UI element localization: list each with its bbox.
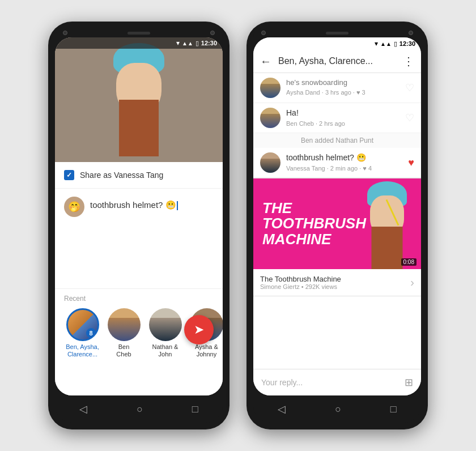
video-info-text: The Toothbrush Machine Simone Giertz • 2… [260,275,410,290]
share-checkbox[interactable] [64,170,74,180]
ben-msg-meta: Ben Cheb · 2 hrs ago [286,120,400,127]
back-button[interactable]: ◁ [79,403,87,415]
helmet-figure [55,37,223,162]
ben-avatar [260,108,280,128]
system-message: Ben added Nathan Punt [253,133,421,148]
share-label: Share as Vanessa Tang [80,171,163,180]
back-arrow[interactable]: ← [260,55,271,68]
send-button[interactable]: ➤ [184,315,214,344]
reply-input[interactable]: Your reply... [261,378,405,387]
front-camera [63,31,67,35]
left-phone: ▾ ▲▲ ▯ 12:30 Share as Vanessa Tang 🤭 too… [48,22,230,429]
message-area[interactable]: 🤭 toothbrush helmet? 😬 [55,189,223,289]
video-name: The Toothbrush Machine [260,275,410,283]
vanessa-like-button[interactable]: ♥ [408,157,414,169]
chevron-right-icon: › [410,276,414,289]
video-duration: 0:08 [401,258,416,266]
person-silhouette [105,43,173,145]
video-card: THE TOOTHBRUSH MACHINE 0:08 [253,178,421,296]
right-status-time: 12:30 [400,40,415,47]
attach-icon[interactable]: ⊞ [405,376,413,389]
right-back-button[interactable]: ◁ [278,403,286,415]
reply-bar: Your reply... ⊞ [253,369,421,395]
aysha-msg-content: he's snowboarding Aysha Dand · 3 hrs ago… [286,78,400,96]
front-sensor [210,31,215,35]
video-thumbnail: THE TOOTHBRUSH MACHINE 0:08 [253,178,421,269]
right-status-bar: ▾ ▲▲ ▯ 12:30 [253,37,421,50]
video-info[interactable]: The Toothbrush Machine Simone Giertz • 2… [253,269,421,296]
contact-name-ben: BenCheb [116,343,131,358]
chat-messages: he's snowboarding Aysha Dand · 3 hrs ago… [253,73,421,369]
aysha-like-button[interactable]: ♡ [405,82,414,94]
right-recents-button[interactable]: □ [390,403,397,415]
video-channel: Simone Giertz • 292K views [260,283,410,290]
speaker [128,32,150,35]
right-signal-icon: ▲▲ [380,41,392,47]
right-battery-icon: ▯ [394,40,397,48]
home-button[interactable]: ○ [137,403,143,415]
message-row-ben: Ha! Ben Cheb · 2 hrs ago ♡ [253,103,421,133]
thumb-hair [372,227,403,269]
message-row-vanessa: toothbrush helmet? 😬 Vanessa Tang · 2 mi… [253,148,421,178]
video-title-line1: THE [262,201,366,216]
aysha-avatar [260,78,280,98]
vanessa-msg-meta: Vanessa Tang · 2 min ago · ♥ 4 [286,165,402,172]
send-icon: ➤ [194,322,204,337]
recents-button[interactable]: □ [192,403,198,415]
video-title-line2: TOOTHBRUSH [262,216,366,231]
message-text: toothbrush helmet? 😬 [90,197,178,210]
left-phone-top [55,28,223,37]
user-avatar: 🤭 [64,197,84,217]
aysha-msg-meta: Aysha Dand · 3 hrs ago · ♥ 3 [286,89,400,96]
video-title-line3: MACHINE [262,232,366,247]
video-title-overlay: THE TOOTHBRUSH MACHINE [262,201,366,247]
aysha-msg-text: he's snowboarding [286,78,400,88]
more-menu-button[interactable]: ⋮ [403,54,414,68]
contact-name-aysha: Aysha &Johnny [195,343,218,358]
vanessa-avatar [260,152,280,173]
hair [119,100,159,156]
right-phone: ▾ ▲▲ ▯ 12:30 ← Ben, Aysha, Clarence... ⋮… [246,22,428,429]
contact-name-group: Ben, Aysha,Clarence... [66,343,99,358]
contact-avatar-ben[interactable] [108,308,141,341]
ben-msg-text: Ha! [286,108,400,119]
contact-name-nathan: Nathan &John [152,343,178,358]
left-nav-bar: ◁ ○ □ [55,395,223,423]
ben-like-button[interactable]: ♡ [405,112,414,124]
right-home-button[interactable]: ○ [335,403,341,415]
right-front-sensor [409,31,413,35]
vanessa-msg-content: toothbrush helmet? 😬 Vanessa Tang · 2 mi… [286,152,402,172]
right-front-camera [261,31,266,35]
contact-avatar-group[interactable]: 8 [66,308,99,341]
right-phone-top [253,28,421,37]
contact-nathan-john[interactable]: Nathan &John [147,308,184,358]
thumb-person [359,178,415,269]
share-dialog: Share as Vanessa Tang 🤭 toothbrush helme… [55,162,223,395]
message-row-aysha: he's snowboarding Aysha Dand · 3 hrs ago… [253,73,421,103]
text-cursor [177,201,178,210]
unread-badge: 8 [86,328,96,338]
contact-ben-aysha[interactable]: 8 Ben, Aysha,Clarence... [64,308,101,358]
contact-ben-cheb[interactable]: BenCheb [105,308,142,358]
hero-image: ▾ ▲▲ ▯ 12:30 [55,37,223,162]
share-header[interactable]: Share as Vanessa Tang [55,162,223,189]
ben-msg-content: Ha! Ben Cheb · 2 hrs ago [286,108,400,127]
chat-title: Ben, Aysha, Clarence... [278,56,396,66]
chat-header: ← Ben, Aysha, Clarence... ⋮ [253,50,421,73]
right-wifi-icon: ▾ [375,40,378,48]
right-nav-bar: ◁ ○ □ [253,395,421,423]
contact-avatar-nathan[interactable] [149,308,182,341]
left-status-time: 12:30 [201,40,217,46]
vanessa-msg-text: toothbrush helmet? 😬 [286,152,402,164]
right-speaker [326,32,348,35]
recent-label: Recent [64,295,223,303]
